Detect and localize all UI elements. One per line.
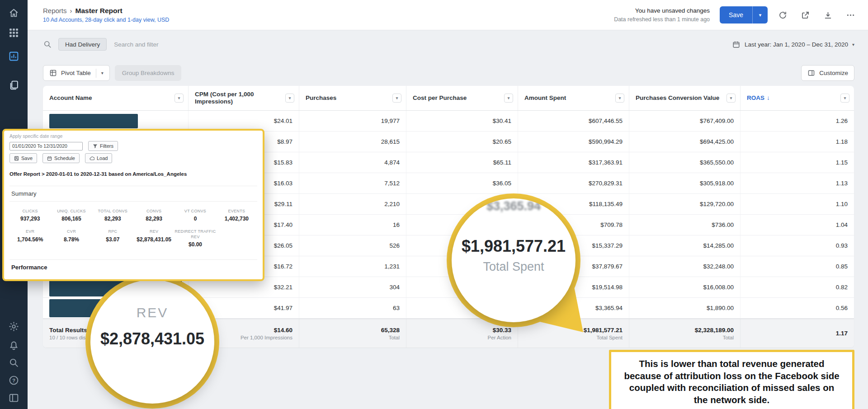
share-button[interactable]: [797, 7, 813, 23]
nav-panel-icon[interactable]: [8, 392, 19, 404]
date-range-label: Last year: Jan 1, 2020 – Dec 31, 2020: [745, 41, 848, 48]
totals-caption: Total: [389, 335, 400, 340]
cell-purchases: 2,210: [299, 194, 406, 214]
cell-conversion-value: $767,409.00: [629, 111, 740, 131]
date-range-field-label: Apply specific date range: [9, 133, 257, 139]
cell-cost-per-purchase: $20.65: [406, 132, 518, 152]
breadcrumb-reports-link[interactable]: Reports: [43, 7, 67, 14]
column-label: Account Name: [49, 94, 92, 102]
column-menu-caret[interactable]: ▾: [504, 94, 513, 103]
metric: VT CONVS0: [175, 209, 216, 222]
view-toolbar: Pivot Table ▾ Group Breakdowns Customize: [43, 65, 854, 81]
metric-value: 937,293: [9, 216, 51, 222]
report-scope-link[interactable]: 10 Ad Accounts, 28-day click and 1-day v…: [43, 17, 169, 23]
column-header-roas[interactable]: ROAS↓▾: [740, 86, 854, 110]
metric-label: TOTAL CONVS: [92, 209, 133, 214]
home-icon[interactable]: [8, 7, 19, 19]
reports-icon[interactable]: [8, 80, 19, 91]
search-input[interactable]: [114, 41, 304, 48]
refresh-icon: [778, 10, 788, 20]
column-label: ROAS: [747, 94, 764, 102]
popup-save-label: Save: [21, 155, 33, 161]
status-notices: You have unsaved changes Data refreshed …: [614, 7, 710, 23]
view-selector-pivot-table[interactable]: Pivot Table ▾: [43, 65, 110, 81]
notifications-bell-icon[interactable]: [8, 339, 19, 351]
calendar-icon: [47, 156, 52, 161]
funnel-icon: [93, 144, 98, 149]
metric-empty: [216, 229, 257, 248]
save-dropdown-caret[interactable]: ▾: [752, 6, 768, 24]
summary-section-header: Summary: [9, 186, 257, 202]
save-button[interactable]: Save: [720, 6, 752, 24]
column-header-amount-spent[interactable]: Amount Spent▾: [518, 86, 629, 110]
summary-metrics-row-2: EVR1,704.56% CVR8.78% RPC$3.07 REV$2,878…: [9, 229, 257, 248]
totals-roas-cell: 1.17: [740, 319, 854, 348]
metric-label: RPC: [92, 229, 133, 234]
data-refreshed-text: Data refreshed less than 1 minute ago: [614, 16, 710, 23]
metric-label: VT CONVS: [175, 209, 216, 214]
column-menu-caret[interactable]: ▾: [392, 94, 401, 103]
totals-label: Total Results: [49, 327, 87, 334]
load-label: Load: [97, 155, 108, 161]
total-spent-magnifier: $3,365.94 $1,981,577.21 Total Spent: [452, 198, 576, 322]
report-builder-icon[interactable]: [8, 51, 19, 62]
cell-conversion-value: $14,285.00: [629, 235, 740, 256]
calendar-icon: [732, 40, 741, 49]
refresh-button[interactable]: [775, 7, 790, 23]
column-label: CPM (Cost per 1,000 Impressions): [195, 91, 281, 105]
metric: TOTAL CONVS82,293: [92, 209, 133, 222]
filters-button[interactable]: Filters: [88, 141, 118, 151]
download-button[interactable]: [820, 7, 835, 23]
svg-text:?: ?: [12, 378, 15, 383]
column-menu-caret[interactable]: ▾: [285, 94, 294, 103]
date-range-input[interactable]: [9, 142, 83, 150]
magnified-total-spent-value: $1,981,577.21: [462, 237, 566, 256]
table-header-row: Account Name▾ CPM (Cost per 1,000 Impres…: [43, 86, 854, 111]
cell-roas: 1.10: [740, 194, 854, 214]
cell-purchases: 28,615: [299, 132, 406, 152]
column-header-purchases[interactable]: Purchases▾: [299, 86, 406, 110]
cell-purchases: 1,231: [299, 256, 406, 277]
totals-caption: Per 1,000 Impressions: [241, 335, 292, 340]
schedule-button[interactable]: Schedule: [42, 153, 80, 163]
cell-cost-per-purchase: $30.41: [406, 111, 518, 131]
had-delivery-filter-chip[interactable]: Had Delivery: [58, 38, 107, 51]
totals-caption: Per Action: [488, 335, 511, 340]
filters-label: Filters: [100, 143, 113, 149]
column-menu-caret[interactable]: ▾: [615, 94, 624, 103]
report-path-text: Offer Report > 2020-01-01 to 2020-12-31 …: [9, 171, 257, 177]
column-menu-caret[interactable]: ▾: [840, 94, 849, 103]
search-nav-icon[interactable]: [8, 357, 19, 368]
metric-value: 1,402,730: [216, 216, 257, 222]
column-header-purchases-conversion-value[interactable]: Purchases Conversion Value▾: [629, 86, 740, 110]
apps-grid-icon[interactable]: [8, 27, 19, 38]
share-icon: [801, 10, 810, 20]
divider: [96, 69, 96, 78]
settings-gear-icon[interactable]: [8, 321, 19, 332]
help-icon[interactable]: ?: [8, 375, 19, 386]
column-header-account-name[interactable]: Account Name▾: [43, 86, 188, 110]
group-breakdowns-button[interactable]: Group Breakdowns: [115, 65, 182, 81]
metric-value: 0: [175, 216, 216, 222]
schedule-label: Schedule: [54, 155, 75, 161]
more-options-button[interactable]: [843, 7, 858, 23]
column-header-cost-per-purchase[interactable]: Cost per Purchase▾: [406, 86, 518, 110]
performance-section-header: Performance: [9, 259, 257, 275]
metric-label: UNIQ. CLICKS: [51, 209, 92, 214]
totals-value: 1.17: [836, 330, 848, 337]
column-header-cpm[interactable]: CPM (Cost per 1,000 Impressions)▾: [188, 86, 299, 110]
cell-conversion-value: $32,248.00: [629, 256, 740, 277]
load-button[interactable]: Load: [85, 153, 112, 163]
metric: UNIQ. CLICKS806,165: [51, 209, 92, 222]
column-menu-caret[interactable]: ▾: [726, 94, 736, 103]
cell-purchases: 526: [299, 235, 406, 256]
cell-account: [43, 111, 188, 131]
column-menu-caret[interactable]: ▾: [175, 94, 184, 103]
popup-save-button[interactable]: Save: [9, 153, 37, 163]
column-label: Amount Spent: [524, 94, 566, 102]
customize-button[interactable]: Customize: [801, 65, 854, 81]
date-range-picker[interactable]: Last year: Jan 1, 2020 – Dec 31, 2020 ▾: [732, 40, 854, 49]
cell-roas: 0.85: [740, 256, 854, 277]
metric: EVR1,704.56%: [9, 229, 51, 248]
cell-amount-spent: $317,363.91: [518, 152, 629, 173]
